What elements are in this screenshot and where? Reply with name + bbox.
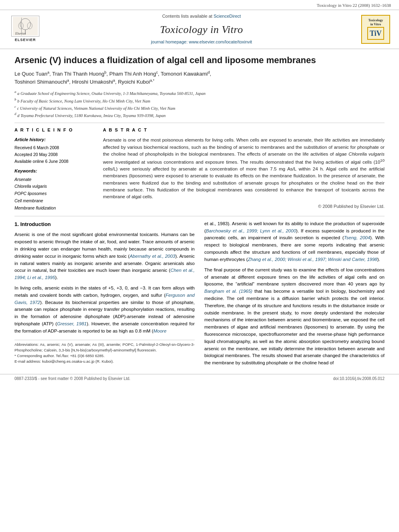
abstract-heading: A B S T R A C T bbox=[103, 127, 385, 134]
article-info-heading: A R T I C L E I N F O bbox=[14, 127, 95, 134]
affiliation-c: c c University of Natural Sciences, Viet… bbox=[14, 104, 385, 111]
homepage-url[interactable]: www.elsevier.com/locate/toxinvit bbox=[189, 39, 252, 44]
article-info-col: A R T I C L E I N F O Article history: R… bbox=[14, 127, 95, 212]
keyword-4: Cell membrane bbox=[14, 197, 95, 205]
keywords-label: Keywords: bbox=[14, 168, 95, 175]
tiv-logo: Toxicologyin Vitro TiV bbox=[361, 15, 390, 44]
article-content: Arsenic (V) induces a fluidization of al… bbox=[0, 55, 399, 370]
affiliation-d: d d Toyama Prefectural University, 5180 … bbox=[14, 111, 385, 119]
article-title: Arsenic (V) induces a fluidization of al… bbox=[14, 55, 385, 66]
right-para1: et al., 1983). Arsenic is well known for… bbox=[204, 220, 385, 263]
sciencedirect-link[interactable]: ScienceDirect bbox=[214, 14, 241, 18]
elsevier-logo-section: Elsevier ELSEVIER bbox=[7, 13, 43, 45]
elsevier-name: ELSEVIER bbox=[15, 37, 36, 43]
keyword-5: Membrane fluidization bbox=[14, 205, 95, 212]
detected-head-word: head bbox=[318, 360, 329, 365]
footnote-abbr: Abbreviations: As, arsenic; As (V), arse… bbox=[14, 342, 195, 353]
intro-para2: In living cells, arsenic exists in the s… bbox=[14, 285, 195, 335]
bottom-bar: 0887-2333/$ - see front matter © 2008 Pu… bbox=[0, 374, 399, 384]
page: Toxicology in Vitro 22 (2008) 1632–1638 … bbox=[0, 0, 399, 532]
article-dates: Received 6 March 2008 Accepted 20 May 20… bbox=[14, 144, 95, 164]
info-abstract-section: A R T I C L E I N F O Article history: R… bbox=[14, 127, 385, 212]
tiv-logo-abbr: TiV bbox=[367, 27, 384, 40]
keywords-list: Arsenate Chlorella vulgaris POPC liposom… bbox=[14, 176, 95, 212]
authors: Le Quoc Tuana, Tran Thi Thanh Huongb, Ph… bbox=[14, 70, 385, 86]
body-col-right: et al., 1983). Arsenic is well known for… bbox=[204, 220, 385, 370]
doi-line: doi:10.1016/j.tiv.2008.05.012 bbox=[333, 376, 385, 382]
received-date: Received 6 March 2008 bbox=[14, 144, 95, 151]
intro-heading: 1. Introduction bbox=[14, 220, 195, 228]
divider-1 bbox=[14, 123, 385, 123]
journal-title: Toxicology in Vitro bbox=[160, 22, 243, 37]
journal-title-section: Contents lists available at ScienceDirec… bbox=[47, 13, 356, 45]
body-section: 1. Introduction Arsenic is one of the mo… bbox=[14, 220, 385, 370]
journal-top-bar: Toxicology in Vitro 22 (2008) 1632–1638 bbox=[0, 0, 399, 10]
footnote-section: Abbreviations: As, arsenic; As (V), arse… bbox=[14, 340, 195, 365]
intro-para1: Arsenic is one of the most significant g… bbox=[14, 231, 195, 281]
abstract-copyright: © 2008 Published by Elsevier Ltd. bbox=[103, 203, 385, 210]
affiliation-b: b b Faculty of Basic Science, Nong Lam U… bbox=[14, 97, 385, 104]
available-date: Available online 6 June 2008 bbox=[14, 158, 95, 165]
tiv-logo-section: Toxicologyin Vitro TiV bbox=[360, 13, 392, 45]
journal-homepage: journal homepage: www.elsevier.com/locat… bbox=[151, 39, 252, 45]
elsevier-logo: Elsevier ELSEVIER bbox=[11, 16, 39, 43]
affiliations: a a Graduate School of Engineering Scien… bbox=[14, 89, 385, 119]
abstract-text: Arsenate is one of the most poisonous el… bbox=[103, 137, 385, 200]
history-label: Article history: bbox=[14, 137, 95, 143]
issn-line: 0887-2333/$ - see front matter © 2008 Pu… bbox=[14, 376, 130, 382]
journal-header: Elsevier ELSEVIER Contents lists availab… bbox=[0, 10, 399, 49]
body-col-left: 1. Introduction Arsenic is one of the mo… bbox=[14, 220, 195, 370]
divider-2 bbox=[14, 216, 385, 216]
keyword-3: POPC liposomes bbox=[14, 190, 95, 197]
accepted-date: Accepted 20 May 2008 bbox=[14, 151, 95, 158]
affiliation-a: a a Graduate School of Engineering Scien… bbox=[14, 89, 385, 97]
sciencedirect-line: Contents lists available at ScienceDirec… bbox=[162, 13, 241, 20]
elsevier-logo-image: Elsevier bbox=[11, 16, 39, 37]
svg-text:Elsevier: Elsevier bbox=[15, 32, 26, 35]
footnote-email: E-mail address: kuboi@cheng.es.osaka-u.a… bbox=[14, 359, 195, 364]
tiv-logo-title: Toxicologyin Vitro bbox=[368, 18, 383, 26]
right-para2: The final purpose of the current study w… bbox=[204, 267, 385, 367]
abstract-col: A B S T R A C T Arsenate is one of the m… bbox=[103, 127, 385, 212]
footnote-corr: * Corresponding author. Tel./fax: +81 (0… bbox=[14, 353, 195, 359]
keyword-2: Chlorella vulgaris bbox=[14, 183, 95, 190]
journal-ref: Toxicology in Vitro 22 (2008) 1632–1638 bbox=[317, 2, 391, 9]
keyword-1: Arsenate bbox=[14, 176, 95, 183]
